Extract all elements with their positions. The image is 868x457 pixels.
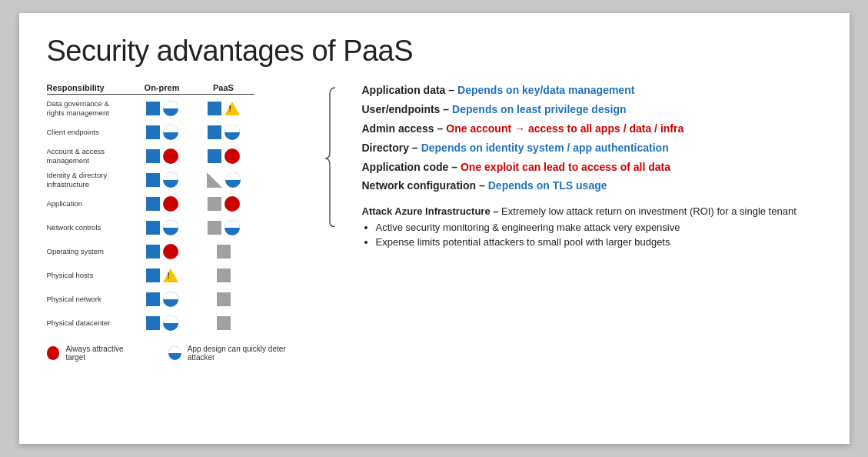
onprem-icons	[131, 172, 193, 188]
table-divider	[47, 94, 254, 95]
red-hex-icon	[224, 196, 240, 212]
half-circle-icon	[163, 172, 178, 188]
content-area: Responsibility On-prem PaaS Data governa…	[47, 83, 822, 362]
table-row: Client endpoints	[47, 122, 308, 143]
brace-svg	[324, 85, 339, 227]
feature-label: Application code –	[362, 160, 457, 175]
table-row: Identity & directory infrastructure	[47, 169, 308, 191]
blue-square-icon	[146, 149, 160, 163]
blue-square-icon	[208, 102, 221, 115]
blue-square-icon	[146, 292, 160, 306]
attack-bullets: Active security monitoring & engineering…	[362, 222, 822, 248]
legend-item-blue: App design can quickly deter attacker	[168, 345, 308, 362]
feature-description: Depends on identity system / app authent…	[421, 141, 669, 155]
table-area: Responsibility On-prem PaaS Data governa…	[47, 83, 308, 362]
table-row: Physical hosts	[47, 265, 308, 286]
paas-icons	[193, 220, 254, 235]
row-label: Client endpoints	[47, 128, 131, 137]
paas-icons	[193, 125, 254, 140]
half-circle-icon	[163, 125, 178, 140]
table-headers: Responsibility On-prem PaaS	[47, 83, 308, 92]
row-label: Identity & directory infrastructure	[47, 171, 131, 190]
feature-description: Depends on key/data management	[457, 83, 634, 98]
blue-square-icon	[146, 197, 160, 211]
row-label: Account & access management	[47, 147, 131, 166]
row-label: Operating system	[47, 247, 131, 256]
red-hex-icon	[163, 148, 178, 164]
legend-red-hex-icon	[47, 346, 60, 360]
feature-rows: Application data – Depends on key/data m…	[362, 83, 822, 193]
attack-section: Attack Azure Infrastructure – Extremely …	[362, 205, 822, 248]
paas-icons	[193, 102, 254, 115]
row-label: Data governance & rights management	[47, 99, 131, 118]
slide: Security advantages of PaaS Responsibili…	[19, 13, 850, 444]
red-hex-icon	[163, 244, 178, 259]
bullet-item: Active security monitoring & engineering…	[376, 222, 822, 233]
gray-square-icon	[217, 269, 231, 282]
table-row: Application	[47, 193, 308, 215]
attack-title-line: Attack Azure Infrastructure – Extremely …	[362, 205, 822, 217]
table-row: Data governance & rights management	[47, 98, 308, 119]
feature-description: Depends on TLS usage	[488, 178, 607, 193]
gray-square-icon	[208, 221, 221, 235]
legend: Always attractive target App design can …	[47, 345, 308, 362]
warning-icon	[224, 102, 240, 115]
legend-red-label: Always attractive target	[65, 345, 140, 362]
blue-square-icon	[146, 102, 160, 115]
row-label: Physical network	[47, 295, 131, 304]
gray-square-icon	[208, 197, 221, 211]
feature-row-2: Admin access – One account → access to a…	[362, 122, 822, 136]
paas-icons	[193, 292, 254, 306]
feature-row-0: Application data – Depends on key/data m…	[362, 83, 822, 98]
blue-square-icon	[146, 221, 160, 235]
onprem-icons	[131, 244, 193, 259]
onprem-icons	[131, 125, 193, 140]
paas-icons	[193, 316, 254, 330]
half-circle-icon	[163, 292, 178, 307]
legend-half-circle-icon	[168, 346, 181, 360]
half-circle-icon	[225, 172, 241, 188]
brace-container	[324, 83, 339, 362]
legend-item-red: Always attractive target	[47, 345, 141, 362]
onprem-icons	[131, 196, 193, 212]
row-label: Application	[47, 199, 131, 208]
feature-row-4: Application code – One exploit can lead …	[362, 160, 822, 175]
paas-icons	[193, 172, 254, 188]
warning-icon	[163, 269, 178, 282]
blue-square-icon	[146, 173, 160, 187]
paas-icons	[193, 269, 254, 282]
feature-row-5: Network configuration – Depends on TLS u…	[362, 178, 822, 193]
attack-title: Attack Azure Infrastructure –	[362, 205, 499, 217]
blue-square-icon	[146, 316, 160, 330]
table-row: Network controls	[47, 217, 308, 239]
blue-square-icon	[146, 125, 160, 139]
slide-title: Security advantages of PaaS	[47, 35, 822, 68]
half-circle-icon	[163, 101, 178, 116]
col-onprem: On-prem	[131, 83, 193, 92]
attack-subtitle: Extremely low attack return on investmen…	[501, 205, 796, 217]
table-row: Physical datacenter	[47, 312, 308, 334]
half-circle-icon	[224, 220, 240, 235]
blue-square-icon	[208, 125, 221, 139]
paas-icons	[193, 148, 254, 164]
gray-triangle-icon	[207, 172, 222, 188]
onprem-icons	[131, 220, 193, 235]
table-row: Operating system	[47, 241, 308, 262]
feature-description: One account → access to all apps / data …	[446, 122, 683, 136]
onprem-icons	[131, 101, 193, 116]
feature-label: Directory –	[362, 141, 418, 155]
half-circle-icon	[163, 220, 178, 235]
onprem-icons	[131, 315, 193, 331]
table-row: Account & access management	[47, 145, 308, 167]
red-hex-icon	[163, 196, 178, 212]
col-responsibility: Responsibility	[47, 83, 131, 92]
feature-label: User/endpoints –	[362, 102, 450, 117]
half-circle-icon	[163, 315, 178, 331]
onprem-icons	[131, 148, 193, 164]
red-hex-icon	[224, 148, 240, 164]
onprem-icons	[131, 269, 193, 282]
paas-icons	[193, 196, 254, 212]
feature-description: One exploit can lead to access of all da…	[461, 160, 670, 175]
gray-square-icon	[217, 245, 231, 259]
legend-blue-label: App design can quickly deter attacker	[188, 345, 308, 362]
